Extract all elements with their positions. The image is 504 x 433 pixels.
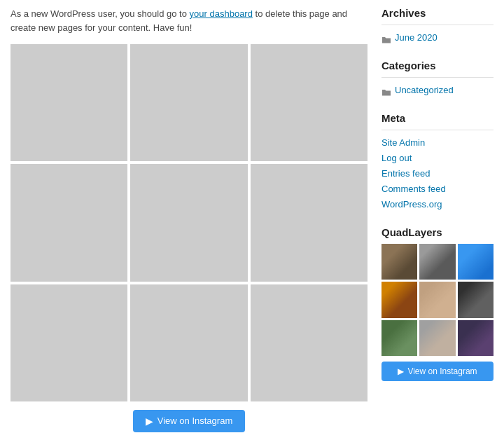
meta-site-admin-link[interactable]: Site Admin (382, 137, 493, 148)
meta-entries-feed-link[interactable]: Entries feed (382, 168, 493, 179)
categories-section: Categories Uncategorized (382, 60, 493, 98)
meta-divider (382, 130, 493, 130)
instagram-photo-6[interactable] (251, 164, 368, 281)
categories-item-row: Uncategorized (382, 85, 493, 98)
ql-thumb-4[interactable] (382, 282, 417, 317)
view-instagram-button[interactable]: ▶ View on Instagram (133, 410, 245, 432)
ql-thumb-6[interactable] (458, 282, 493, 317)
archives-divider (382, 25, 493, 25)
ql-thumb-2[interactable] (419, 244, 455, 280)
archives-item-row: June 2020 (382, 32, 493, 46)
ql-thumb-7[interactable] (382, 320, 417, 356)
notice-text-before: As a new WordPress user, you should go t… (10, 8, 190, 19)
archives-june-2020-link[interactable]: June 2020 (395, 32, 438, 43)
ql-thumb-5[interactable] (419, 282, 455, 317)
quadlayers-title: QuadLayers (382, 226, 493, 238)
folder-icon-cat (382, 88, 391, 95)
ql-thumb-8[interactable] (419, 320, 455, 356)
instagram-photo-4[interactable] (10, 164, 127, 281)
instagram-photo-8[interactable] (130, 284, 247, 401)
ql-thumb-3[interactable] (458, 244, 493, 280)
notice-text: As a new WordPress user, you should go t… (10, 7, 368, 34)
page-wrapper: As a new WordPress user, you should go t… (0, 0, 504, 433)
archives-section: Archives June 2020 (382, 7, 493, 46)
meta-log-out-link[interactable]: Log out (382, 153, 493, 163)
meta-comments-feed-link[interactable]: Comments feed (382, 184, 493, 194)
quadlayers-button-label: View on Instagram (407, 366, 477, 376)
instagram-photo-1[interactable] (10, 44, 127, 161)
main-content: As a new WordPress user, you should go t… (10, 7, 368, 432)
instagram-grid (10, 44, 368, 401)
instagram-photo-9[interactable] (251, 284, 368, 401)
meta-title: Meta (382, 112, 493, 124)
instagram-photo-2[interactable] (130, 44, 247, 161)
instagram-button-wrapper: ▶ View on Instagram (10, 410, 368, 432)
instagram-photo-5[interactable] (130, 164, 247, 281)
ql-thumb-9[interactable] (458, 320, 493, 356)
instagram-photo-7[interactable] (10, 284, 127, 401)
archives-title: Archives (382, 7, 493, 19)
instagram-icon-sidebar: ▶ (398, 366, 404, 376)
instagram-icon: ▶ (146, 415, 153, 427)
folder-icon (382, 35, 391, 43)
view-instagram-label: View on Instagram (158, 415, 232, 426)
categories-divider (382, 77, 493, 78)
meta-links: Site Admin Log out Entries feed Comments… (382, 137, 493, 212)
categories-title: Categories (382, 60, 493, 71)
instagram-photo-3[interactable] (251, 44, 368, 161)
meta-wordpress-org-link[interactable]: WordPress.org (382, 199, 493, 209)
quadlayers-view-instagram-button[interactable]: ▶ View on Instagram (382, 362, 493, 381)
quadlayers-grid (382, 244, 493, 356)
dashboard-link[interactable]: your dashboard (190, 8, 253, 19)
quadlayers-section: QuadLayers ▶ View on Instagram (382, 226, 493, 381)
meta-section: Meta Site Admin Log out Entries feed Com… (382, 112, 493, 212)
sidebar: Archives June 2020 Categories (382, 7, 493, 432)
categories-uncategorized-link[interactable]: Uncategorized (395, 85, 454, 95)
ql-thumb-1[interactable] (382, 244, 417, 280)
